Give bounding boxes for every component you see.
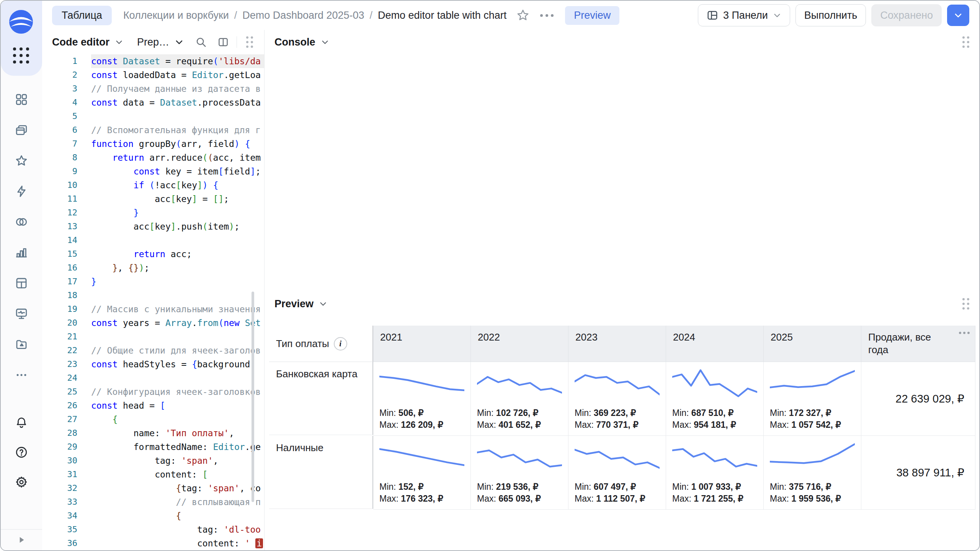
code-line[interactable]: 2const loadedData = Editor.getLoa <box>42 68 264 82</box>
code-line[interactable]: 35 tag: 'dl-too <box>42 523 264 536</box>
datalens-logo[interactable] <box>8 9 34 34</box>
code-line[interactable]: 7function groupBy(arr, field) { <box>42 137 264 151</box>
col-header-total[interactable]: Продажи, все года <box>861 326 975 362</box>
code-text <box>91 109 264 123</box>
code-area[interactable]: 1const Dataset = require('libs/da2const … <box>42 54 264 550</box>
code-line[interactable]: 13 acc[key].push(item); <box>42 220 264 233</box>
code-line[interactable]: 20const years = Array.from(new Set <box>42 316 264 330</box>
split-view-icon[interactable] <box>217 36 229 48</box>
collections-icon[interactable] <box>15 123 28 137</box>
run-button[interactable]: Выполнить <box>795 4 866 26</box>
code-line[interactable]: 36 content: ' i <box>42 536 264 550</box>
favorites-icon[interactable] <box>15 154 28 168</box>
code-line[interactable]: 21 <box>42 330 264 344</box>
code-line[interactable]: 4const data = Dataset.processData <box>42 96 264 109</box>
col-header-year[interactable]: 2024 <box>666 326 764 362</box>
expand-icon <box>16 535 26 545</box>
code-text <box>91 233 264 247</box>
col-header-year[interactable]: 2021 <box>373 326 471 362</box>
code-line[interactable]: 29 formattedName: Editor.ge <box>42 440 264 454</box>
col-header-year[interactable]: 2025 <box>764 326 861 362</box>
col-header-payment-type[interactable]: Тип оплатыi <box>269 326 373 362</box>
pane-drag-handle-icon[interactable] <box>962 298 969 310</box>
save-dropdown-button[interactable] <box>947 5 969 26</box>
code-line[interactable]: 24 <box>42 371 264 385</box>
breadcrumb-workbook[interactable]: Demo Dashboard 2025-03 <box>242 10 364 21</box>
code-line[interactable]: 30 tag: 'span', <box>42 454 264 468</box>
chevron-down-icon[interactable] <box>175 37 184 47</box>
editor-scrollbar[interactable] <box>252 292 254 502</box>
breadcrumb-collections[interactable]: Коллекции и воркбуки <box>123 10 229 21</box>
preview-table: Тип оплатыi20212022202320242025Продажи, … <box>269 326 975 510</box>
code-line[interactable]: 22// Общие стили для ячеек-заголов <box>42 344 264 357</box>
chevron-down-icon[interactable] <box>319 300 327 308</box>
code-text: // Общие стили для ячеек-заголов <box>91 344 264 357</box>
help-icon[interactable] <box>15 445 28 459</box>
min-max-values: Min: 375 716, ₽Max: 1 959 536, ₽ <box>770 481 855 505</box>
charts-icon[interactable] <box>15 246 28 259</box>
sparkline-cell: Min: 219 536, ₽Max: 665 093, ₽ <box>471 436 568 510</box>
code-line[interactable]: 31 content: [ <box>42 468 264 481</box>
code-line[interactable]: 9 const key = item[field]; <box>42 165 264 178</box>
line-number: 17 <box>42 275 91 289</box>
dashboards-icon[interactable] <box>15 307 28 321</box>
code-line[interactable]: 26const head = [ <box>42 399 264 412</box>
quick-actions-icon[interactable] <box>15 184 28 198</box>
settings-icon[interactable] <box>15 475 28 489</box>
code-line[interactable]: 19// Массив с уникальными значения <box>42 302 264 316</box>
sparkline-chart <box>575 442 660 477</box>
code-line[interactable]: 3// Получаем данные из датасета в <box>42 82 264 96</box>
code-text: tag: 'span', <box>91 454 264 468</box>
code-line[interactable]: 6// Вспомогательная функция для г <box>42 123 264 137</box>
sidebar-expand-button[interactable] <box>1 529 42 550</box>
line-number: 23 <box>42 357 91 371</box>
editor-tab-select[interactable]: Prep… <box>137 36 169 48</box>
code-line[interactable]: 10 if (!acc[key]) { <box>42 178 264 192</box>
code-line[interactable]: 34 { <box>42 509 264 523</box>
info-icon[interactable]: i <box>334 337 347 350</box>
line-number: 9 <box>42 165 91 178</box>
code-line[interactable]: 18 <box>42 289 264 302</box>
code-line[interactable]: 33 // всплывающая п <box>42 495 264 509</box>
more-icon[interactable] <box>15 368 28 382</box>
search-icon[interactable] <box>195 36 207 48</box>
code-line[interactable]: 11 acc[key] = []; <box>42 192 264 206</box>
code-line[interactable]: 14 <box>42 233 264 247</box>
code-line[interactable]: 17} <box>42 275 264 289</box>
preview-badge[interactable]: Preview <box>565 6 619 25</box>
favorite-star-icon[interactable] <box>516 9 529 22</box>
panels-select[interactable]: 3 Панели <box>698 4 790 26</box>
sparkline-chart <box>770 442 855 477</box>
code-line[interactable]: 25// Конфигурация ячеек-заголовков <box>42 385 264 399</box>
console-title[interactable]: Console <box>274 36 315 48</box>
col-header-year[interactable]: 2022 <box>471 326 568 362</box>
code-line[interactable]: 15 return acc; <box>42 247 264 261</box>
code-line[interactable]: 32 {tag: 'span', co <box>42 481 264 495</box>
code-editor-title[interactable]: Code editor <box>52 36 109 48</box>
files-icon[interactable] <box>15 337 28 351</box>
services-icon[interactable] <box>15 93 28 106</box>
code-line[interactable]: 28 name: 'Тип оплаты', <box>42 426 264 440</box>
sparkline-cell: Min: 375 716, ₽Max: 1 959 536, ₽ <box>764 436 861 510</box>
col-header-year[interactable]: 2023 <box>568 326 666 362</box>
code-line[interactable]: 1const Dataset = require('libs/da <box>42 54 264 68</box>
code-text: // Конфигурация ячеек-заголовков <box>91 385 264 399</box>
code-text: // Массив с уникальными значения <box>91 302 264 316</box>
column-menu-icon[interactable] <box>959 332 970 334</box>
connections-icon[interactable] <box>15 215 28 229</box>
chevron-down-icon[interactable] <box>321 38 329 46</box>
code-line[interactable]: 27 { <box>42 412 264 426</box>
tables-icon[interactable] <box>15 276 28 290</box>
pane-drag-handle-icon[interactable] <box>962 36 969 48</box>
notifications-icon[interactable] <box>15 416 28 429</box>
code-line[interactable]: 8 return arr.reduce((acc, item <box>42 151 264 165</box>
preview-title[interactable]: Preview <box>274 298 314 310</box>
chevron-down-icon[interactable] <box>115 38 123 46</box>
pane-drag-handle-icon[interactable] <box>246 36 253 48</box>
code-line[interactable]: 16 }, {}); <box>42 261 264 275</box>
more-actions-icon[interactable] <box>540 14 554 17</box>
code-line[interactable]: 23const headStyles = {background: <box>42 357 264 371</box>
code-line[interactable]: 5 <box>42 109 264 123</box>
code-line[interactable]: 12 } <box>42 206 264 220</box>
apps-grid-icon[interactable] <box>13 47 30 64</box>
